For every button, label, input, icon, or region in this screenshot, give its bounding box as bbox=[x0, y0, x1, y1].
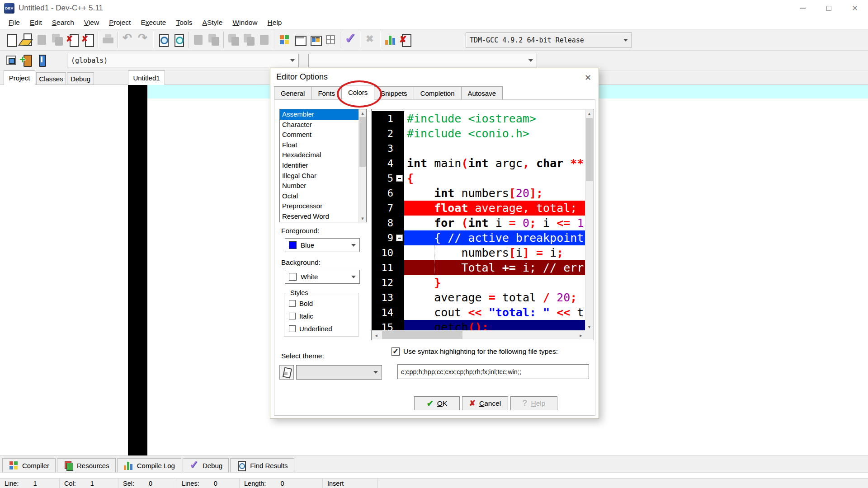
background-select[interactable]: White bbox=[285, 270, 360, 284]
style-list-item[interactable]: Character bbox=[280, 120, 359, 130]
scroll-down-icon[interactable]: ▾ bbox=[359, 215, 366, 222]
menu-window[interactable]: Window bbox=[227, 17, 262, 28]
compiler-profile-select[interactable]: TDM-GCC 4.9.2 64-bit Release bbox=[466, 33, 632, 47]
delete-profiling-icon[interactable] bbox=[398, 32, 413, 47]
menu-file[interactable]: File bbox=[4, 17, 25, 28]
remove-from-project-icon[interactable] bbox=[34, 53, 50, 68]
style-list-item[interactable]: Illegal Char bbox=[280, 171, 359, 181]
theme-select[interactable] bbox=[296, 365, 382, 380]
tab-resources[interactable]: Resources bbox=[57, 458, 116, 472]
dialog-tab-completion[interactable]: Completion bbox=[414, 86, 462, 100]
foreground-value: Blue bbox=[301, 241, 314, 249]
underlined-checkbox[interactable] bbox=[289, 325, 296, 332]
find-icon[interactable] bbox=[156, 32, 171, 47]
menu-edit[interactable]: Edit bbox=[25, 17, 47, 28]
dialog-tab-general[interactable]: General bbox=[274, 86, 311, 100]
sidebar-tab-project[interactable]: Project bbox=[4, 70, 35, 85]
file-types-input[interactable] bbox=[397, 364, 589, 379]
scroll-up-icon[interactable]: ▴ bbox=[585, 110, 593, 117]
style-list-item[interactable]: Comment bbox=[280, 130, 359, 140]
close-file-icon[interactable] bbox=[65, 32, 80, 47]
syntax-highlighting-option[interactable]: Use syntax highlighting for the followin… bbox=[392, 347, 558, 356]
tab-compile-log[interactable]: Compile Log bbox=[117, 458, 181, 472]
close-all-icon[interactable] bbox=[80, 32, 96, 47]
fold-minus-icon[interactable] bbox=[396, 235, 403, 241]
new-file-icon[interactable] bbox=[4, 32, 19, 47]
minimize-button[interactable] bbox=[789, 0, 816, 16]
background-swatch bbox=[289, 273, 297, 281]
style-list-item[interactable]: Float bbox=[280, 140, 359, 150]
bold-option[interactable]: Bold bbox=[289, 300, 313, 307]
style-list-item[interactable]: Assembler bbox=[280, 109, 359, 120]
dialog-tab-snippets[interactable]: Snippets bbox=[374, 86, 414, 100]
scroll-left-icon[interactable]: ◂ bbox=[372, 331, 380, 339]
scroll-down-icon[interactable]: ▾ bbox=[585, 323, 593, 330]
style-list: AssemblerCharacterCommentFloatHexadecima… bbox=[279, 109, 367, 222]
menu-help[interactable]: Help bbox=[263, 17, 287, 28]
scroll-thumb[interactable] bbox=[586, 118, 593, 181]
menu-search[interactable]: Search bbox=[47, 17, 79, 28]
foreground-select[interactable]: Blue bbox=[285, 238, 360, 252]
project-options-icon[interactable] bbox=[307, 32, 323, 47]
find-in-files-icon[interactable] bbox=[171, 32, 186, 47]
scroll-up-icon[interactable]: ▴ bbox=[359, 109, 366, 117]
dialog-tab-colors[interactable]: Colors bbox=[341, 85, 374, 100]
open-project-icon[interactable] bbox=[292, 32, 307, 47]
open-file-icon[interactable] bbox=[19, 32, 34, 47]
chevron-down-icon bbox=[373, 371, 378, 374]
italic-checkbox[interactable] bbox=[289, 313, 296, 319]
scroll-thumb[interactable] bbox=[382, 331, 462, 339]
tab-debug[interactable]: Debug bbox=[183, 458, 229, 472]
close-button[interactable]: ✕ bbox=[842, 0, 868, 16]
dialog-tab-fonts[interactable]: Fonts bbox=[311, 86, 342, 100]
tab-find-results[interactable]: Find Results bbox=[230, 458, 294, 472]
menu-execute[interactable]: Execute bbox=[136, 17, 171, 28]
style-list-item[interactable]: Preprocessor bbox=[280, 201, 359, 211]
save-theme-button[interactable] bbox=[279, 365, 294, 380]
cancel-label: Cancel bbox=[479, 399, 501, 408]
add-to-project-icon[interactable] bbox=[19, 53, 34, 68]
preview-code-area[interactable]: 1#include <iostream>2#include <conio.h>3… bbox=[372, 110, 585, 330]
foreground-label: Foreground: bbox=[281, 227, 319, 235]
menu-project[interactable]: Project bbox=[104, 17, 136, 28]
underlined-option[interactable]: Underlined bbox=[289, 325, 332, 333]
editor-tab-untitled1[interactable]: Untitled1 bbox=[128, 70, 165, 85]
fold-minus-icon[interactable] bbox=[396, 175, 403, 182]
members-select[interactable] bbox=[308, 54, 537, 67]
preview-code-line: float average, total; bbox=[404, 201, 585, 216]
ok-button[interactable]: OK bbox=[414, 396, 460, 410]
style-list-item[interactable]: Number bbox=[280, 181, 359, 191]
scroll-thumb[interactable] bbox=[359, 117, 366, 167]
dialog-close-icon[interactable] bbox=[585, 73, 591, 83]
syntax-highlighting-checkbox[interactable] bbox=[392, 347, 400, 356]
preview-line: 5{ bbox=[372, 171, 585, 186]
style-list-item[interactable]: Hexadecimal bbox=[280, 150, 359, 160]
menu-view[interactable]: View bbox=[79, 17, 104, 28]
preview-vscrollbar[interactable]: ▴ ▾ bbox=[585, 110, 593, 330]
sidebar-tab-classes[interactable]: Classes bbox=[36, 72, 66, 85]
tab-compiler[interactable]: Compiler bbox=[2, 458, 56, 472]
styles-group-label: Styles bbox=[288, 289, 310, 296]
cancel-button[interactable]: Cancel bbox=[462, 396, 508, 410]
new-project-icon[interactable] bbox=[277, 32, 292, 47]
style-list-item[interactable]: Reserved Word bbox=[280, 211, 359, 222]
goto-line-icon bbox=[257, 32, 272, 47]
profile-analysis-icon[interactable] bbox=[382, 32, 398, 47]
swap-header-source-icon[interactable] bbox=[4, 53, 19, 68]
preview-hscrollbar[interactable]: ◂ ▸ bbox=[372, 330, 585, 339]
scroll-right-icon[interactable]: ▸ bbox=[577, 331, 585, 339]
italic-option[interactable]: Italic bbox=[289, 312, 313, 320]
style-list-scrollbar[interactable]: ▴ ▾ bbox=[359, 109, 366, 222]
menu-astyle[interactable]: AStyle bbox=[198, 17, 228, 28]
restore-button[interactable] bbox=[816, 0, 842, 16]
style-list-item[interactable]: Octal bbox=[280, 191, 359, 202]
dialog-tab-autosave[interactable]: Autosave bbox=[461, 86, 503, 100]
menu-tools[interactable]: Tools bbox=[171, 17, 197, 28]
globals-select[interactable]: (globals) bbox=[67, 54, 299, 67]
compile-log-chart-icon bbox=[123, 460, 133, 470]
bold-checkbox[interactable] bbox=[289, 300, 296, 307]
sidebar-tab-debug[interactable]: Debug bbox=[67, 72, 94, 85]
style-list-item[interactable]: Identifier bbox=[280, 160, 359, 171]
syntax-check-icon[interactable] bbox=[343, 32, 358, 47]
package-manager-icon[interactable] bbox=[323, 32, 338, 47]
